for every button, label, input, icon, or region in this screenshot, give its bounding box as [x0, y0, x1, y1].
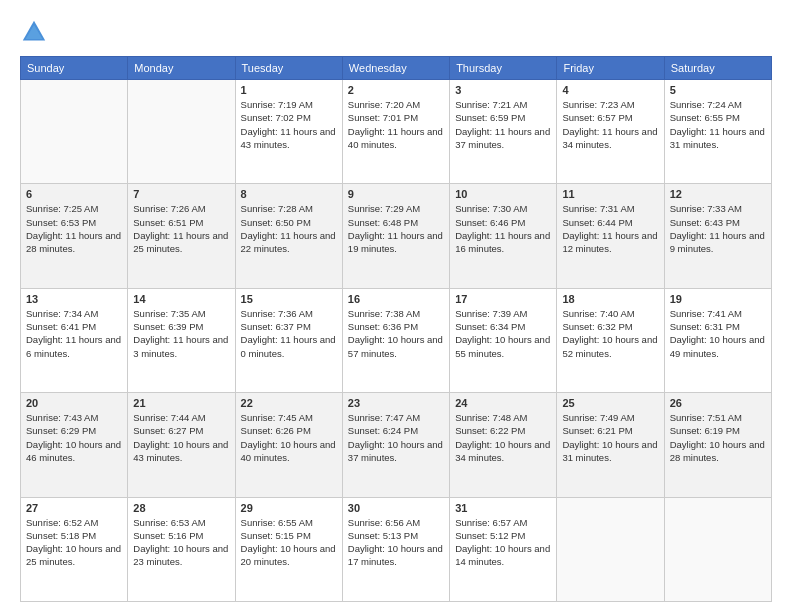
- calendar-day: 11 Sunrise: 7:31 AM Sunset: 6:44 PM Dayl…: [557, 184, 664, 288]
- day-number: 6: [26, 188, 122, 200]
- calendar-day: 2 Sunrise: 7:20 AM Sunset: 7:01 PM Dayli…: [342, 80, 449, 184]
- day-number: 21: [133, 397, 229, 409]
- calendar-day: 20 Sunrise: 7:43 AM Sunset: 6:29 PM Dayl…: [21, 393, 128, 497]
- calendar-day: 5 Sunrise: 7:24 AM Sunset: 6:55 PM Dayli…: [664, 80, 771, 184]
- day-info: Sunrise: 7:23 AM Sunset: 6:57 PM Dayligh…: [562, 98, 658, 151]
- day-number: 9: [348, 188, 444, 200]
- calendar-day: 17 Sunrise: 7:39 AM Sunset: 6:34 PM Dayl…: [450, 288, 557, 392]
- calendar-day: 8 Sunrise: 7:28 AM Sunset: 6:50 PM Dayli…: [235, 184, 342, 288]
- day-number: 7: [133, 188, 229, 200]
- calendar-day: 14 Sunrise: 7:35 AM Sunset: 6:39 PM Dayl…: [128, 288, 235, 392]
- day-number: 20: [26, 397, 122, 409]
- day-number: 30: [348, 502, 444, 514]
- weekday-header: Thursday: [450, 57, 557, 80]
- weekday-header: Monday: [128, 57, 235, 80]
- day-number: 11: [562, 188, 658, 200]
- day-info: Sunrise: 7:49 AM Sunset: 6:21 PM Dayligh…: [562, 411, 658, 464]
- day-number: 12: [670, 188, 766, 200]
- day-info: Sunrise: 7:29 AM Sunset: 6:48 PM Dayligh…: [348, 202, 444, 255]
- calendar-week: 6 Sunrise: 7:25 AM Sunset: 6:53 PM Dayli…: [21, 184, 772, 288]
- day-info: Sunrise: 6:55 AM Sunset: 5:15 PM Dayligh…: [241, 516, 337, 569]
- calendar-day: 16 Sunrise: 7:38 AM Sunset: 6:36 PM Dayl…: [342, 288, 449, 392]
- day-info: Sunrise: 6:52 AM Sunset: 5:18 PM Dayligh…: [26, 516, 122, 569]
- day-info: Sunrise: 7:24 AM Sunset: 6:55 PM Dayligh…: [670, 98, 766, 151]
- day-info: Sunrise: 7:33 AM Sunset: 6:43 PM Dayligh…: [670, 202, 766, 255]
- calendar-day: 9 Sunrise: 7:29 AM Sunset: 6:48 PM Dayli…: [342, 184, 449, 288]
- header: [20, 18, 772, 46]
- weekday-header: Tuesday: [235, 57, 342, 80]
- calendar-day: 30 Sunrise: 6:56 AM Sunset: 5:13 PM Dayl…: [342, 497, 449, 601]
- calendar-body: 1 Sunrise: 7:19 AM Sunset: 7:02 PM Dayli…: [21, 80, 772, 602]
- day-number: 13: [26, 293, 122, 305]
- calendar-day: [128, 80, 235, 184]
- day-info: Sunrise: 7:31 AM Sunset: 6:44 PM Dayligh…: [562, 202, 658, 255]
- day-number: 17: [455, 293, 551, 305]
- calendar-day: 18 Sunrise: 7:40 AM Sunset: 6:32 PM Dayl…: [557, 288, 664, 392]
- day-info: Sunrise: 7:30 AM Sunset: 6:46 PM Dayligh…: [455, 202, 551, 255]
- day-number: 22: [241, 397, 337, 409]
- weekday-header: Saturday: [664, 57, 771, 80]
- day-number: 15: [241, 293, 337, 305]
- day-info: Sunrise: 7:48 AM Sunset: 6:22 PM Dayligh…: [455, 411, 551, 464]
- day-info: Sunrise: 7:28 AM Sunset: 6:50 PM Dayligh…: [241, 202, 337, 255]
- day-info: Sunrise: 7:25 AM Sunset: 6:53 PM Dayligh…: [26, 202, 122, 255]
- calendar-day: 15 Sunrise: 7:36 AM Sunset: 6:37 PM Dayl…: [235, 288, 342, 392]
- day-number: 23: [348, 397, 444, 409]
- logo-icon: [20, 18, 48, 46]
- day-info: Sunrise: 7:47 AM Sunset: 6:24 PM Dayligh…: [348, 411, 444, 464]
- calendar-day: 10 Sunrise: 7:30 AM Sunset: 6:46 PM Dayl…: [450, 184, 557, 288]
- day-number: 1: [241, 84, 337, 96]
- calendar-day: 21 Sunrise: 7:44 AM Sunset: 6:27 PM Dayl…: [128, 393, 235, 497]
- calendar-day: 3 Sunrise: 7:21 AM Sunset: 6:59 PM Dayli…: [450, 80, 557, 184]
- day-number: 2: [348, 84, 444, 96]
- day-number: 5: [670, 84, 766, 96]
- day-info: Sunrise: 7:39 AM Sunset: 6:34 PM Dayligh…: [455, 307, 551, 360]
- day-number: 8: [241, 188, 337, 200]
- calendar-day: 27 Sunrise: 6:52 AM Sunset: 5:18 PM Dayl…: [21, 497, 128, 601]
- calendar-day: 26 Sunrise: 7:51 AM Sunset: 6:19 PM Dayl…: [664, 393, 771, 497]
- day-number: 16: [348, 293, 444, 305]
- day-info: Sunrise: 7:34 AM Sunset: 6:41 PM Dayligh…: [26, 307, 122, 360]
- calendar-week: 27 Sunrise: 6:52 AM Sunset: 5:18 PM Dayl…: [21, 497, 772, 601]
- calendar-day: 13 Sunrise: 7:34 AM Sunset: 6:41 PM Dayl…: [21, 288, 128, 392]
- calendar-header: SundayMondayTuesdayWednesdayThursdayFrid…: [21, 57, 772, 80]
- day-number: 18: [562, 293, 658, 305]
- calendar-day: 12 Sunrise: 7:33 AM Sunset: 6:43 PM Dayl…: [664, 184, 771, 288]
- day-number: 4: [562, 84, 658, 96]
- day-info: Sunrise: 7:20 AM Sunset: 7:01 PM Dayligh…: [348, 98, 444, 151]
- weekday-header: Friday: [557, 57, 664, 80]
- calendar-day: 28 Sunrise: 6:53 AM Sunset: 5:16 PM Dayl…: [128, 497, 235, 601]
- day-number: 26: [670, 397, 766, 409]
- weekday-header: Sunday: [21, 57, 128, 80]
- calendar-day: 7 Sunrise: 7:26 AM Sunset: 6:51 PM Dayli…: [128, 184, 235, 288]
- day-info: Sunrise: 7:51 AM Sunset: 6:19 PM Dayligh…: [670, 411, 766, 464]
- day-info: Sunrise: 7:45 AM Sunset: 6:26 PM Dayligh…: [241, 411, 337, 464]
- day-number: 3: [455, 84, 551, 96]
- calendar-day: 29 Sunrise: 6:55 AM Sunset: 5:15 PM Dayl…: [235, 497, 342, 601]
- day-info: Sunrise: 7:26 AM Sunset: 6:51 PM Dayligh…: [133, 202, 229, 255]
- logo: [20, 18, 54, 46]
- day-info: Sunrise: 6:53 AM Sunset: 5:16 PM Dayligh…: [133, 516, 229, 569]
- weekday-row: SundayMondayTuesdayWednesdayThursdayFrid…: [21, 57, 772, 80]
- calendar-day: 31 Sunrise: 6:57 AM Sunset: 5:12 PM Dayl…: [450, 497, 557, 601]
- day-number: 29: [241, 502, 337, 514]
- day-info: Sunrise: 7:41 AM Sunset: 6:31 PM Dayligh…: [670, 307, 766, 360]
- day-info: Sunrise: 7:43 AM Sunset: 6:29 PM Dayligh…: [26, 411, 122, 464]
- calendar: SundayMondayTuesdayWednesdayThursdayFrid…: [20, 56, 772, 602]
- calendar-week: 13 Sunrise: 7:34 AM Sunset: 6:41 PM Dayl…: [21, 288, 772, 392]
- calendar-day: 4 Sunrise: 7:23 AM Sunset: 6:57 PM Dayli…: [557, 80, 664, 184]
- day-number: 10: [455, 188, 551, 200]
- day-info: Sunrise: 6:57 AM Sunset: 5:12 PM Dayligh…: [455, 516, 551, 569]
- calendar-day: 25 Sunrise: 7:49 AM Sunset: 6:21 PM Dayl…: [557, 393, 664, 497]
- calendar-day: 19 Sunrise: 7:41 AM Sunset: 6:31 PM Dayl…: [664, 288, 771, 392]
- calendar-day: 1 Sunrise: 7:19 AM Sunset: 7:02 PM Dayli…: [235, 80, 342, 184]
- day-info: Sunrise: 7:38 AM Sunset: 6:36 PM Dayligh…: [348, 307, 444, 360]
- day-number: 31: [455, 502, 551, 514]
- calendar-day: 24 Sunrise: 7:48 AM Sunset: 6:22 PM Dayl…: [450, 393, 557, 497]
- calendar-day: [557, 497, 664, 601]
- day-info: Sunrise: 7:44 AM Sunset: 6:27 PM Dayligh…: [133, 411, 229, 464]
- calendar-week: 20 Sunrise: 7:43 AM Sunset: 6:29 PM Dayl…: [21, 393, 772, 497]
- day-info: Sunrise: 7:40 AM Sunset: 6:32 PM Dayligh…: [562, 307, 658, 360]
- page: SundayMondayTuesdayWednesdayThursdayFrid…: [0, 0, 792, 612]
- day-number: 19: [670, 293, 766, 305]
